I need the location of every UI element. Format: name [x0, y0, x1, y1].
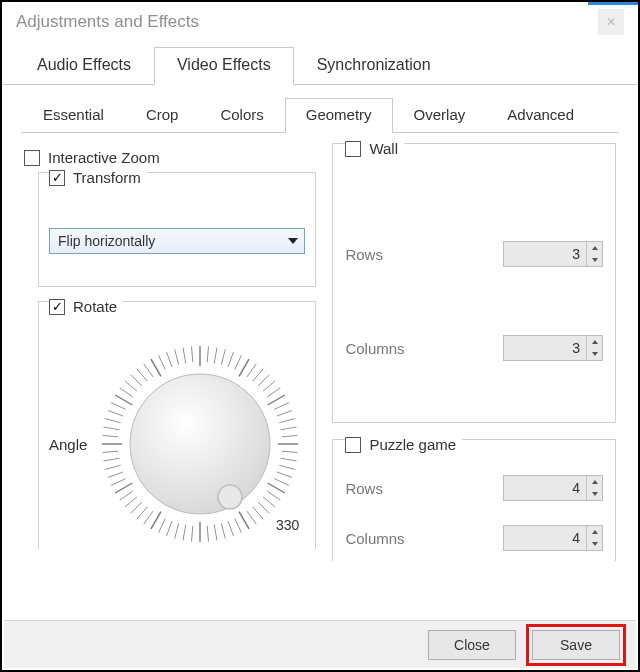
svg-line-71	[192, 346, 193, 362]
angle-dial[interactable]: 330	[95, 339, 305, 549]
tab-advanced[interactable]: Advanced	[486, 98, 595, 133]
tab-crop[interactable]: Crop	[125, 98, 200, 133]
transform-mode-select[interactable]: Flip horizontally	[49, 228, 305, 254]
angle-label: Angle	[49, 436, 89, 453]
wall-checkbox[interactable]: Wall	[345, 140, 404, 157]
save-button[interactable]: Save	[532, 630, 620, 660]
svg-line-13	[275, 403, 290, 410]
svg-line-34	[215, 525, 218, 541]
svg-line-8	[253, 369, 263, 381]
svg-line-7	[247, 364, 256, 377]
close-icon[interactable]: ✕	[598, 9, 624, 35]
svg-line-46	[125, 497, 137, 507]
chevron-down-icon[interactable]	[587, 538, 602, 550]
svg-line-16	[281, 427, 297, 430]
svg-line-39	[175, 523, 179, 538]
svg-line-49	[112, 479, 127, 486]
chevron-up-icon[interactable]	[587, 476, 602, 488]
svg-line-67	[159, 355, 166, 370]
chevron-down-icon[interactable]	[587, 488, 602, 500]
svg-line-40	[167, 521, 172, 536]
svg-line-42	[151, 512, 161, 529]
wall-columns-spinner[interactable]: 3	[503, 335, 603, 361]
transform-label: Transform	[73, 169, 141, 186]
svg-line-56	[104, 427, 120, 430]
svg-line-51	[106, 465, 121, 469]
wall-label: Wall	[369, 140, 398, 157]
checkbox-icon	[24, 150, 40, 166]
puzzle-rows-spinner[interactable]: 4	[503, 475, 603, 501]
svg-line-57	[106, 419, 121, 423]
checkbox-icon	[49, 299, 65, 315]
svg-line-59	[112, 403, 127, 410]
svg-line-27	[258, 502, 269, 513]
chevron-down-icon	[288, 238, 298, 244]
chevron-down-icon[interactable]	[587, 254, 602, 266]
svg-line-68	[167, 352, 172, 367]
svg-line-1	[208, 346, 209, 362]
puzzle-label: Puzzle game	[369, 436, 456, 453]
svg-line-62	[125, 381, 137, 391]
svg-line-66	[151, 359, 161, 376]
svg-line-41	[159, 518, 166, 533]
interactive-zoom-label: Interactive Zoom	[48, 149, 160, 166]
close-button[interactable]: Close	[428, 630, 516, 660]
chevron-up-icon[interactable]	[587, 336, 602, 348]
svg-line-32	[228, 521, 233, 536]
svg-line-19	[282, 451, 298, 452]
svg-line-25	[268, 491, 281, 500]
checkbox-icon	[345, 437, 361, 453]
transform-checkbox[interactable]: Transform	[49, 169, 147, 186]
svg-line-70	[183, 347, 186, 363]
svg-line-10	[263, 381, 275, 391]
wall-rows-label: Rows	[345, 246, 383, 263]
svg-line-20	[281, 458, 297, 461]
tab-essential[interactable]: Essential	[22, 98, 125, 133]
svg-line-22	[277, 472, 292, 477]
chevron-down-icon[interactable]	[587, 348, 602, 360]
rotate-checkbox[interactable]: Rotate	[49, 298, 123, 315]
video-subtabs: Essential Crop Colors Geometry Overlay A…	[22, 97, 618, 133]
svg-line-44	[137, 507, 147, 519]
svg-line-24	[268, 483, 285, 493]
svg-line-45	[131, 502, 142, 513]
svg-point-72	[130, 374, 270, 514]
wall-rows-spinner[interactable]: 3	[503, 241, 603, 267]
spinner-arrows	[586, 242, 602, 266]
puzzle-columns-value: 4	[504, 530, 586, 546]
tab-colors[interactable]: Colors	[199, 98, 284, 133]
tab-audio-effects[interactable]: Audio Effects	[14, 47, 154, 85]
tab-geometry[interactable]: Geometry	[285, 98, 393, 133]
rotate-group: Rotate Angle	[38, 301, 316, 549]
svg-line-65	[144, 364, 153, 377]
tab-video-effects[interactable]: Video Effects	[154, 47, 294, 85]
tab-synchronization[interactable]: Synchronization	[294, 47, 454, 85]
puzzle-group: Puzzle game Rows 4 Columns 4	[332, 439, 616, 561]
tab-overlay[interactable]: Overlay	[393, 98, 487, 133]
svg-line-47	[120, 491, 133, 500]
puzzle-columns-spinner[interactable]: 4	[503, 525, 603, 551]
svg-line-43	[144, 511, 153, 524]
checkbox-icon	[49, 170, 65, 186]
svg-line-35	[208, 526, 209, 542]
chevron-up-icon[interactable]	[587, 526, 602, 538]
svg-line-14	[277, 410, 292, 415]
wall-group: Wall Rows 3 Columns 3	[332, 143, 616, 423]
svg-line-55	[103, 435, 119, 436]
chevron-up-icon[interactable]	[587, 242, 602, 254]
svg-line-15	[280, 419, 295, 423]
puzzle-columns-label: Columns	[345, 530, 404, 547]
transform-mode-value: Flip horizontally	[58, 233, 155, 249]
transform-group: Transform Flip horizontally	[38, 172, 316, 287]
svg-line-2	[215, 347, 218, 363]
puzzle-rows-value: 4	[504, 480, 586, 496]
svg-line-38	[183, 525, 186, 541]
svg-line-64	[137, 369, 147, 381]
svg-line-17	[282, 435, 298, 436]
puzzle-checkbox[interactable]: Puzzle game	[345, 436, 462, 453]
interactive-zoom-checkbox[interactable]: Interactive Zoom	[24, 149, 316, 166]
svg-line-9	[258, 375, 269, 386]
svg-point-73	[218, 485, 242, 509]
svg-line-58	[108, 410, 123, 415]
svg-line-48	[116, 483, 133, 493]
